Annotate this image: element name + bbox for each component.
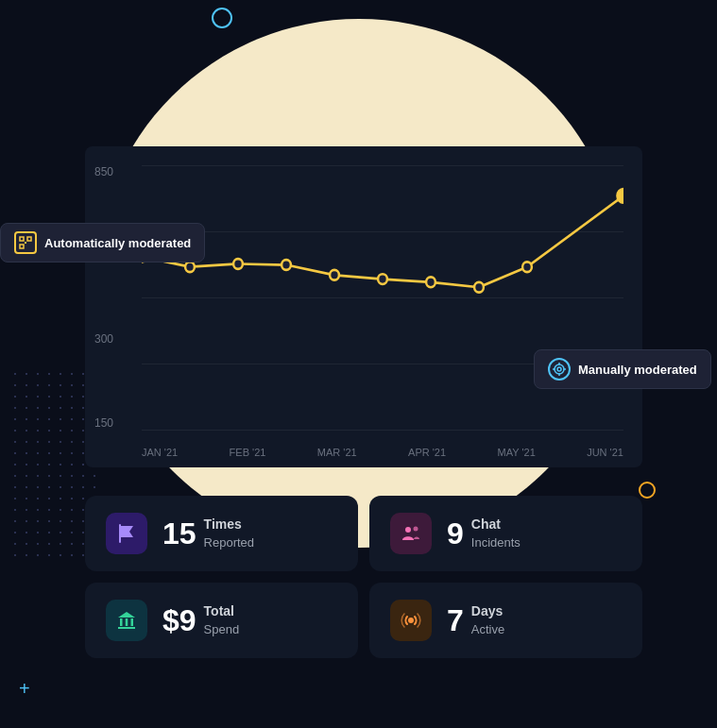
chart-svg	[142, 165, 623, 430]
svg-rect-10	[20, 237, 24, 241]
svg-rect-26	[118, 627, 135, 629]
signal-icon	[401, 610, 421, 631]
stats-area: 15 Times Reported 9 Chat Incidents	[85, 496, 642, 658]
y-label-150: 150	[94, 416, 113, 430]
times-reported-content: 15 Times Reported	[162, 516, 254, 551]
days-active-label: Days Active	[471, 602, 504, 638]
x-axis-labels: JAN '21 FEB '21 MAR '21 APR '21 MAY '21 …	[142, 447, 623, 458]
x-label-apr: APR '21	[408, 447, 446, 458]
svg-point-3	[282, 260, 291, 270]
svg-rect-13	[25, 242, 26, 244]
tooltip-manual-moderated: Manually moderated	[534, 349, 711, 389]
chart-panel: 850 400 300 150 JAN '21 FEB '21 MAR '21	[85, 146, 642, 467]
svg-rect-11	[27, 237, 31, 241]
svg-point-21	[414, 527, 418, 532]
svg-point-2	[233, 259, 243, 269]
svg-point-20	[405, 527, 411, 533]
svg-point-4	[330, 270, 339, 280]
total-spend-label: Total Spend	[204, 602, 240, 638]
chat-incidents-label: Chat Incidents	[471, 516, 521, 551]
y-label-850: 850	[94, 165, 113, 178]
x-label-jan: JAN '21	[142, 447, 178, 458]
svg-point-6	[426, 277, 435, 287]
svg-rect-24	[126, 618, 128, 626]
x-label-jun: JUN '21	[587, 447, 623, 458]
auto-moderated-label: Automatically moderated	[44, 236, 191, 250]
bottom-right-decorative-circle	[639, 482, 656, 499]
x-label-feb: FEB '21	[230, 447, 266, 458]
stat-card-times-reported: 15 Times Reported	[85, 496, 358, 571]
y-axis-labels: 850 400 300 150	[94, 165, 113, 430]
times-reported-icon	[106, 513, 147, 554]
flag-icon	[116, 523, 137, 544]
svg-point-27	[408, 618, 414, 623]
chat-incidents-content: 9 Chat Incidents	[447, 516, 521, 551]
auto-moderated-icon-box	[14, 231, 37, 254]
svg-point-7	[474, 282, 484, 293]
bank-icon	[116, 610, 137, 631]
times-reported-label: Times Reported	[204, 516, 254, 551]
x-label-mar: MAR '21	[317, 447, 357, 458]
total-spend-number: $9	[162, 605, 196, 635]
people-icon	[401, 523, 421, 544]
days-active-icon	[390, 600, 432, 641]
chat-incidents-icon	[390, 513, 432, 554]
stat-card-chat-incidents: 9 Chat Incidents	[369, 496, 642, 571]
manual-moderated-icon-box	[548, 358, 571, 381]
days-active-content: 7 Days Active	[447, 602, 504, 638]
scan-icon	[19, 236, 32, 249]
svg-point-1	[185, 262, 195, 272]
svg-point-5	[378, 274, 387, 284]
stat-card-total-spend: $9 Total Spend	[85, 583, 358, 658]
grid-line-bottom	[142, 430, 623, 431]
chart-area: 850 400 300 150 JAN '21 FEB '21 MAR '21	[142, 165, 623, 430]
svg-point-14	[555, 364, 564, 374]
svg-point-15	[557, 367, 561, 371]
x-label-may: MAY '21	[498, 447, 536, 458]
svg-rect-25	[131, 618, 134, 626]
y-label-300: 300	[94, 332, 113, 346]
days-active-number: 7	[447, 605, 464, 635]
stat-card-days-active: 7 Days Active	[369, 583, 642, 658]
svg-rect-23	[120, 618, 123, 626]
tooltip-auto-moderated: Automatically moderated	[0, 223, 205, 262]
svg-point-9	[617, 189, 623, 203]
top-decorative-circle	[212, 8, 232, 28]
chat-incidents-number: 9	[447, 518, 464, 549]
svg-rect-12	[20, 245, 24, 248]
target-icon	[553, 363, 566, 376]
svg-marker-22	[118, 612, 135, 618]
plus-decoration: +	[19, 678, 30, 700]
times-reported-number: 15	[162, 518, 196, 549]
total-spend-content: $9 Total Spend	[162, 602, 239, 638]
svg-point-8	[522, 262, 532, 272]
manual-moderated-label: Manually moderated	[578, 363, 697, 377]
total-spend-icon	[106, 600, 147, 641]
